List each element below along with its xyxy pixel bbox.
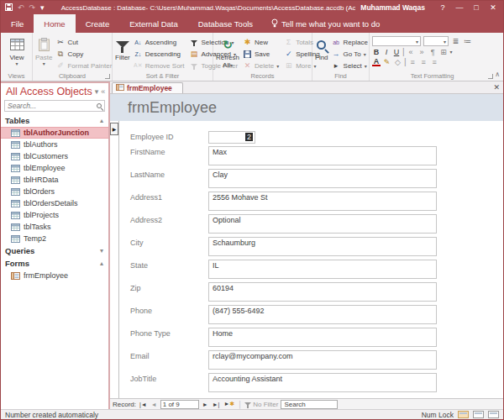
sidebar-item-tblAuthorJunction[interactable]: tblAuthorJunction (1, 127, 108, 139)
paste-button[interactable]: Paste▾ (35, 34, 52, 71)
field-label-address2: Address2 (130, 214, 208, 234)
account-name[interactable]: Muhammad Waqas (360, 3, 425, 12)
field-input-address2[interactable]: Optional (208, 214, 437, 234)
view-button[interactable]: View▾ (3, 34, 30, 71)
form-view-icon[interactable] (458, 411, 469, 418)
tell-me-box[interactable]: Tell me what you want to do (263, 14, 388, 33)
align-right-icon[interactable]: ≡ (430, 58, 439, 66)
forms-collapse-icon[interactable]: ▴ (100, 260, 103, 267)
sidebar-item-tblOrders[interactable]: tblOrders (1, 186, 108, 197)
sidebar-item-tblTasks[interactable]: tblTasks (1, 221, 108, 233)
sidebar-item-tblOrdersDetails[interactable]: tblOrdersDetails (1, 197, 108, 209)
find-button[interactable]: Find (315, 34, 328, 71)
tab-database-tools[interactable]: Database Tools (188, 14, 263, 33)
record-position-input[interactable]: 1 of 9 (160, 400, 199, 409)
sidebar-item-tblHRData[interactable]: tblHRData (1, 174, 108, 186)
field-input-zip[interactable]: 60194 (208, 282, 437, 302)
nav-search-input[interactable]: Search... (4, 100, 105, 112)
queries-expand-icon[interactable]: ▾ (100, 247, 103, 255)
align-left-icon[interactable]: ≡ (408, 58, 417, 66)
undo-icon[interactable]: ↶ (18, 3, 24, 12)
descending-button[interactable]: Z↓Descending (132, 48, 186, 60)
text-formatting-dialog-launcher[interactable] (488, 74, 493, 79)
decrease-indent-icon[interactable]: « (407, 48, 416, 56)
field-input-email[interactable]: rclay@mycompany.com (208, 350, 437, 370)
field-input-phone[interactable]: (847) 555-6492 (208, 305, 437, 324)
close-form-button[interactable]: ✕ (493, 83, 500, 92)
field-input-employee-id[interactable]: 2 (208, 131, 255, 144)
shutter-close-icon[interactable]: « (101, 87, 105, 96)
record-selector-bar[interactable]: ▶ (110, 121, 119, 398)
ascending-button[interactable]: A↓Ascending (132, 36, 186, 48)
section-forms[interactable]: Forms ▴ (1, 257, 108, 270)
save-record-button[interactable]: Save (241, 48, 281, 60)
design-view-icon[interactable] (488, 411, 499, 418)
gridlines-icon[interactable]: ⊞ (439, 48, 449, 56)
record-search-input[interactable]: Search (281, 400, 338, 409)
bold-button[interactable]: B (372, 48, 381, 56)
copy-button[interactable]: ⧉Copy (54, 48, 113, 60)
field-input-address1[interactable]: 2556 Mohave St (208, 192, 437, 211)
new-record-button[interactable]: ✱New (241, 36, 281, 48)
sidebar-item-Temp2[interactable]: Temp2 (1, 233, 108, 244)
delete-record-button[interactable]: ✕Delete▾ (241, 60, 281, 71)
nav-pane-title[interactable]: All Access Objects ▾ « (1, 83, 108, 99)
field-input-firstname[interactable]: Max (208, 146, 437, 165)
clipboard-dialog-launcher[interactable] (105, 74, 110, 79)
nav-pane-menu-icon[interactable]: ▾ (95, 87, 99, 96)
next-record-button[interactable]: ► (202, 402, 209, 407)
sidebar-item-tblAuthors[interactable]: tblAuthors (1, 139, 108, 150)
field-input-city[interactable]: Schaumburg (208, 237, 437, 256)
datasheet-view-icon[interactable] (473, 411, 484, 418)
maximize-button[interactable]: □ (470, 3, 482, 12)
tab-create[interactable]: Create (76, 14, 120, 33)
tab-home[interactable]: Home (34, 14, 75, 33)
section-tables[interactable]: Tables ▴ (1, 114, 108, 127)
font-color-button[interactable]: A (372, 57, 381, 66)
last-record-button[interactable]: ►| (212, 402, 221, 407)
background-fill-button[interactable]: ◇ (393, 58, 402, 66)
section-queries[interactable]: Queries ▾ (1, 244, 108, 257)
field-input-state[interactable]: IL (208, 260, 437, 279)
font-size-select[interactable]: ▾ (423, 36, 449, 46)
field-input-phone-type[interactable]: Home (208, 328, 437, 347)
customize-qat-icon[interactable]: ▾ (40, 3, 45, 12)
collapse-ribbon-button[interactable]: ∧ (495, 71, 500, 78)
first-record-button[interactable]: |◄ (139, 402, 148, 407)
italic-button[interactable]: I (382, 48, 391, 56)
redo-icon[interactable]: ↷ (29, 3, 36, 12)
help-button[interactable]: ? (437, 3, 449, 12)
tab-external-data[interactable]: External Data (119, 14, 188, 33)
select-button[interactable]: ▸Select▾ (330, 60, 370, 71)
numbering-icon[interactable]: ≔ (463, 37, 472, 45)
previous-record-button[interactable]: ◄ (150, 402, 158, 407)
remove-sort-button[interactable]: A✕Remove Sort (132, 60, 186, 71)
sidebar-item-tblEmployee[interactable]: tblEmployee (1, 162, 108, 174)
refresh-all-button[interactable]: ↻ Refresh All▾ (216, 34, 239, 71)
paragraph-direction-icon[interactable]: ¶ (428, 48, 438, 56)
sidebar-item-tblProjects[interactable]: tblProjects (1, 209, 108, 221)
save-icon[interactable] (5, 3, 13, 13)
increase-indent-icon[interactable]: » (417, 48, 427, 56)
field-input-jobtitle[interactable]: Accounting Assistant (208, 373, 437, 392)
minimize-button[interactable]: — (454, 3, 465, 12)
format-painter-button[interactable]: ✐Format Painter (54, 60, 113, 71)
underline-button[interactable]: U (392, 48, 401, 56)
filter-button[interactable]: Filter (115, 34, 130, 71)
bullets-icon[interactable]: ≣ (451, 37, 460, 45)
new-blank-record-button[interactable]: ►✱ (223, 401, 235, 407)
font-name-select[interactable]: ▾ (372, 36, 421, 46)
tables-collapse-icon[interactable]: ▴ (100, 117, 103, 124)
sidebar-item-tblCustomers[interactable]: tblCustomers (1, 150, 108, 162)
cut-button[interactable]: ✂Cut (54, 36, 113, 48)
no-filter-button[interactable]: No Filter (244, 401, 278, 408)
go-to-button[interactable]: →Go To▾ (330, 48, 370, 60)
tab-file[interactable]: File (1, 14, 34, 33)
sidebar-item-frmEmployee[interactable]: frmEmployee (1, 270, 108, 281)
field-input-lastname[interactable]: Clay (208, 169, 437, 188)
tab-frmEmployee[interactable]: frmEmployee (112, 82, 183, 93)
align-center-icon[interactable]: ≡ (419, 58, 428, 66)
highlight-button[interactable]: ✎ (382, 58, 391, 66)
replace-button[interactable]: abReplace (330, 36, 370, 48)
close-button[interactable]: ✕ (487, 3, 499, 12)
